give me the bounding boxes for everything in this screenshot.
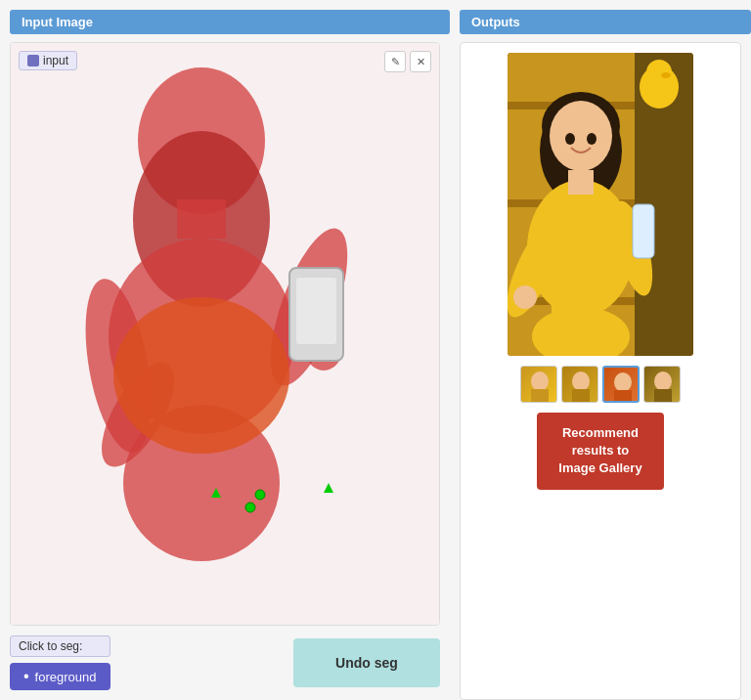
- svg-rect-31: [568, 170, 594, 195]
- input-image-header: Input Image: [10, 10, 450, 34]
- svg-rect-3: [177, 199, 226, 239]
- tag-icon: [27, 55, 39, 66]
- thumbnail-2[interactable]: [561, 366, 598, 403]
- foreground-button[interactable]: foreground: [10, 663, 110, 690]
- left-panel: Input Image input ✎ ✕: [0, 0, 450, 700]
- svg-point-14: [245, 503, 255, 512]
- input-image-container: input ✎ ✕: [10, 42, 440, 626]
- edit-button[interactable]: ✎: [384, 51, 406, 72]
- output-person-svg: [508, 53, 693, 356]
- bottom-controls: Click to seg: foreground Undo seg: [0, 626, 450, 700]
- input-person-svg: [40, 63, 373, 571]
- svg-point-37: [565, 133, 575, 145]
- thumbnail-1[interactable]: [520, 366, 557, 403]
- svg-point-39: [513, 285, 537, 309]
- image-actions: ✎ ✕: [384, 51, 431, 72]
- svg-point-25: [661, 72, 671, 78]
- svg-point-42: [572, 372, 590, 391]
- click-to-seg-label: Click to seg:: [10, 635, 110, 657]
- recommend-btn-label: Recommend results to Image Gallery: [558, 425, 641, 475]
- svg-point-46: [654, 372, 672, 391]
- recommend-button[interactable]: Recommend results to Image Gallery: [537, 413, 664, 490]
- svg-point-40: [531, 372, 549, 391]
- undo-seg-button[interactable]: Undo seg: [293, 638, 440, 687]
- thumbnail-4[interactable]: [643, 366, 681, 403]
- thumbnail-3[interactable]: [602, 366, 640, 403]
- svg-rect-45: [614, 390, 632, 403]
- right-panel: Outputs: [450, 0, 751, 700]
- svg-rect-47: [654, 389, 672, 403]
- input-image-tag: input: [19, 51, 77, 70]
- svg-point-44: [614, 372, 632, 392]
- svg-point-10: [113, 297, 289, 454]
- tag-label: input: [43, 54, 68, 67]
- svg-point-24: [646, 60, 672, 85]
- thumbnail-row: [520, 366, 681, 403]
- seg-controls: Click to seg: foreground: [10, 635, 110, 690]
- close-button[interactable]: ✕: [410, 51, 431, 72]
- input-image-area[interactable]: [11, 43, 439, 625]
- svg-rect-41: [531, 389, 549, 403]
- output-area: Recommend results to Image Gallery: [460, 42, 741, 700]
- main-output-image: [508, 53, 693, 356]
- svg-point-15: [255, 490, 265, 500]
- svg-point-29: [550, 101, 612, 171]
- outputs-header: Outputs: [460, 10, 751, 34]
- svg-rect-12: [296, 278, 336, 344]
- svg-rect-34: [633, 204, 654, 258]
- svg-rect-43: [572, 389, 590, 403]
- svg-point-38: [587, 133, 596, 145]
